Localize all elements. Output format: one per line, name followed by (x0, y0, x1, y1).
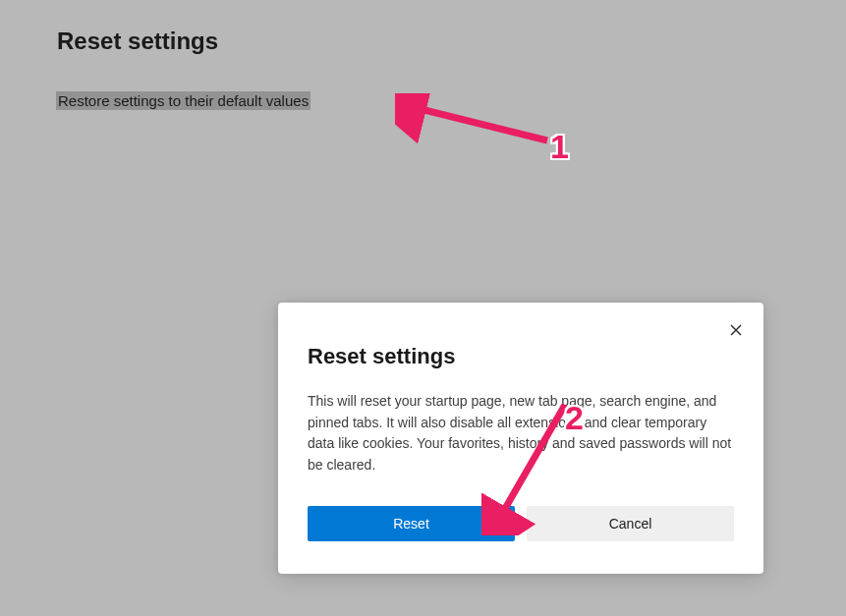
dialog-body-text: This will reset your startup page, new t… (308, 391, 734, 476)
dialog-buttons: Reset Cancel (308, 506, 734, 541)
reset-button[interactable]: Reset (308, 506, 515, 541)
svg-line-1 (413, 107, 547, 140)
reset-settings-dialog: Reset settings This will reset your star… (278, 303, 763, 574)
restore-settings-link[interactable]: Restore settings to their default values (56, 91, 310, 110)
close-icon (730, 324, 742, 336)
cancel-button[interactable]: Cancel (527, 506, 734, 541)
annotation-arrow-1 (395, 93, 562, 152)
dialog-title: Reset settings (308, 344, 734, 369)
close-button[interactable] (726, 320, 746, 340)
annotation-label-1: 1 (550, 128, 569, 166)
page-title: Reset settings (57, 28, 218, 55)
